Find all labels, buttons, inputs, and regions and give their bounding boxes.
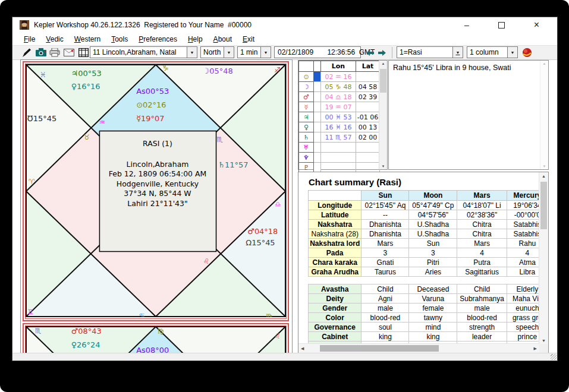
planet-row-mercury[interactable]: ☿19 ♒ 07: [299, 102, 380, 112]
summary-value-cell: 04°18'07" Li: [457, 201, 507, 210]
menu-file[interactable]: File: [18, 35, 40, 43]
sign-scorpio: ♏: [217, 135, 224, 144]
chevron-down-icon[interactable]: ▼: [224, 47, 234, 58]
second-chart-frame: ♏ ♂08°43 ♀26°24 ♍ As08°00 ♌: [25, 325, 287, 354]
planet-row-mars[interactable]: ♂04 ♎ 1802 39: [299, 92, 380, 102]
summary-hscrollbar[interactable]: ◀ ▶: [298, 343, 539, 353]
datetime-field[interactable]: 02/12/1809 12:36:56 GMT: [274, 46, 361, 58]
sign-aquarius: ♒: [99, 118, 105, 127]
summary-vscrollbar[interactable]: ▲ ▼: [539, 172, 548, 344]
sign-pisces: ♓: [40, 71, 46, 79]
summary-label-cell: Cabinet: [309, 332, 361, 342]
menu-exit[interactable]: Exit: [237, 35, 260, 43]
chevron-down-icon[interactable]: ▼: [260, 47, 271, 58]
summary-value-cell: blood-red: [457, 313, 507, 323]
scroll-down-icon[interactable]: ▼: [542, 339, 546, 343]
planet-row-neptune[interactable]: ♆: [299, 153, 380, 163]
planet-row-moon[interactable]: ☽05 ♑ 4804 58: [299, 82, 380, 92]
summary-row: Nakshatra lordMarsSunMarsRahu: [309, 239, 548, 248]
sign-scorpio: ♏: [35, 327, 42, 335]
menu-help[interactable]: Help: [183, 35, 208, 43]
info-scrollbar[interactable]: ▲ ▼: [540, 61, 548, 169]
summary-value-cell: male: [361, 304, 409, 313]
select-cell[interactable]: [314, 122, 321, 132]
select-cell[interactable]: [314, 92, 321, 102]
select-cell[interactable]: [314, 143, 321, 153]
select-cell[interactable]: [314, 112, 321, 122]
scroll-left-icon[interactable]: ◀: [301, 346, 304, 351]
chevron-down-icon[interactable]: ▼: [187, 47, 197, 58]
planet-row-uranus[interactable]: ♅: [299, 143, 380, 153]
summary-col-header: Mars: [457, 191, 507, 201]
planet-row-pluto[interactable]: ♇: [299, 163, 380, 173]
scroll-up-icon[interactable]: ▲: [540, 62, 548, 65]
scroll-down-icon[interactable]: ▼: [540, 165, 548, 168]
printer-icon[interactable]: [49, 47, 60, 58]
select-cell[interactable]: [314, 72, 321, 82]
sign-virgo: ♍: [158, 327, 164, 336]
scrollbar-thumb[interactable]: [380, 69, 386, 93]
scrollbar-thumb[interactable]: [320, 345, 439, 352]
planet-table-scrollbar[interactable]: ▲ ▼: [379, 61, 387, 169]
wheel-select[interactable]: 1=Rasi ▼: [397, 46, 463, 58]
menu-tools[interactable]: Tools: [106, 35, 133, 43]
chart-ayanamsa: Lahiri 21°11'43": [127, 199, 187, 208]
chart-style-select[interactable]: North ▼: [200, 46, 234, 58]
chevron-down-icon[interactable]: ▼: [507, 47, 517, 58]
chart-label-jupiter: ♃00°53: [71, 69, 102, 78]
scroll-up-icon[interactable]: ▲: [379, 62, 387, 65]
menu-vedic[interactable]: Vedic: [40, 35, 68, 43]
select-column-header: [314, 61, 321, 72]
planet-row-sun[interactable]: ⊙02 ♒ 16: [299, 72, 380, 82]
resize-grip[interactable]: [551, 354, 557, 360]
summary-label-cell: Nakshatra lord: [309, 239, 361, 248]
second-chart[interactable]: ♏ ♂08°43 ♀26°24 ♍ As08°00 ♌: [23, 323, 289, 354]
select-cell[interactable]: [314, 132, 321, 143]
menu-western[interactable]: Western: [69, 35, 106, 43]
scroll-up-icon[interactable]: ▲: [542, 174, 546, 178]
summary-value-cell: Chitra: [457, 220, 507, 229]
rasi-chart[interactable]: ♓ ♃00°53 ♀16°16 ℧15°45 ♈ As00°53 ⊙02°16 …: [23, 61, 289, 321]
close-button[interactable]: ×: [534, 20, 539, 30]
summary-label-cell: Longitude: [309, 201, 361, 210]
summary-col-header: Moon: [409, 191, 457, 201]
select-cell[interactable]: [314, 82, 321, 92]
time-step-select[interactable]: 1 min ▼: [237, 46, 271, 58]
minimize-button[interactable]: –: [464, 21, 469, 29]
forward-arrow-icon[interactable]: [376, 47, 388, 58]
list-chevron-icon[interactable]: ▼: [452, 47, 463, 58]
back-arrow-icon[interactable]: [364, 47, 376, 58]
glyph-column-header: [299, 61, 314, 72]
summary-value-cell: Child: [361, 284, 409, 294]
chart-label-moon: ☽05°48: [203, 67, 233, 75]
maximize-button[interactable]: [498, 22, 505, 29]
summary-corner-cell: [309, 191, 361, 201]
summary-value-cell: U.Shadha: [409, 220, 457, 229]
planet-row-saturn[interactable]: ♄11 ♏ 5702 00: [299, 132, 380, 143]
menu-preferences[interactable]: Preferences: [133, 35, 183, 43]
select-cell[interactable]: [314, 153, 321, 163]
summary-value-cell: mind: [409, 323, 457, 332]
film-icon[interactable]: [78, 47, 89, 58]
chart-select-value: 11 Lincoln,Abraham, Natal: [90, 47, 187, 58]
planet-info-pane: Rahu 15°45' Libra in 9 house, Swati ▲ ▼: [388, 60, 549, 170]
scroll-right-icon[interactable]: ▶: [534, 346, 537, 351]
scrollbar-corner: [539, 344, 548, 353]
select-cell[interactable]: [314, 163, 321, 173]
sign-libra: ♎: [275, 200, 281, 208]
scroll-down-icon[interactable]: ▼: [379, 165, 387, 168]
scrollbar-thumb[interactable]: [540, 182, 547, 229]
camera-icon[interactable]: [35, 47, 46, 58]
sun-icon: ⊙: [299, 72, 314, 82]
pen-icon[interactable]: [21, 47, 32, 58]
planet-row-jupiter[interactable]: ♃00 ♓ 53-01 06: [299, 112, 380, 122]
chart-select[interactable]: 11 Lincoln,Abraham, Natal ▼: [90, 46, 197, 58]
envelope-icon[interactable]: [63, 47, 74, 58]
chart-label-ascendant: As00°53: [136, 87, 169, 96]
planet-row-venus[interactable]: ♀16 ♓ 1600 13: [299, 122, 380, 132]
columns-select[interactable]: 1 column ▼: [467, 46, 518, 58]
menu-about[interactable]: About: [208, 35, 237, 43]
select-cell[interactable]: [314, 102, 321, 112]
red-ball-icon[interactable]: [521, 47, 533, 58]
rasi-chart-frame: ♓ ♃00°53 ♀16°16 ℧15°45 ♈ As00°53 ⊙02°16 …: [25, 64, 287, 319]
